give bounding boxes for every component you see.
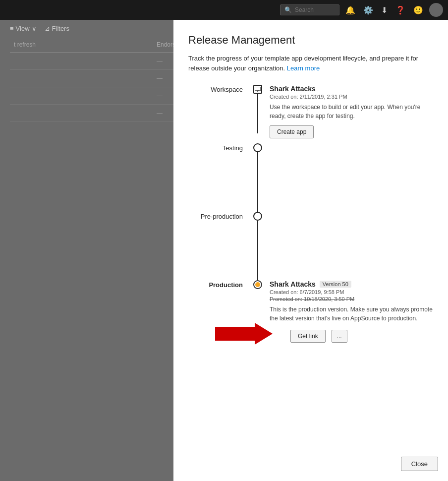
release-management-panel: Release Management Track the progress of… xyxy=(173,20,448,481)
search-box[interactable]: 🔍 xyxy=(280,4,339,15)
production-active-dot xyxy=(255,282,260,287)
testing-line xyxy=(257,152,258,212)
workspace-node xyxy=(253,85,262,94)
settings-icon[interactable]: ⚙️ xyxy=(361,3,375,17)
stage-testing-label: Testing xyxy=(198,143,253,152)
bell-icon[interactable]: 🔔 xyxy=(343,3,357,17)
preproduction-line xyxy=(257,221,258,280)
col-refresh: t refresh xyxy=(10,41,153,48)
search-input[interactable] xyxy=(295,6,335,13)
filters-button: ⊿ Filters xyxy=(45,25,69,32)
testing-node xyxy=(253,143,262,152)
production-app-name: Shark Attacks Version 50 xyxy=(270,280,433,288)
monitor-icon xyxy=(255,87,261,92)
emoji-icon[interactable]: 🙂 xyxy=(411,3,425,17)
stage-production-label: Production xyxy=(198,280,253,289)
learn-more-link[interactable]: Learn more xyxy=(287,64,320,72)
create-app-button[interactable]: Create app xyxy=(270,125,314,138)
arrow-indicator xyxy=(215,323,273,345)
workspace-line xyxy=(257,94,258,133)
filter-icon: ⊿ xyxy=(45,25,50,32)
preproduction-node xyxy=(253,212,262,221)
workspace-created: Created on: 2/11/2019, 2:31 PM xyxy=(270,94,433,100)
production-created: Created on: 6/7/2019, 9:58 PM xyxy=(270,289,433,295)
workspace-content: Shark Attacks Created on: 2/11/2019, 2:3… xyxy=(263,85,433,143)
chevron-down-icon: ∨ xyxy=(32,25,37,32)
production-node xyxy=(253,280,262,289)
big-red-arrow xyxy=(215,323,273,345)
production-content: Shark Attacks Version 50 Created on: 6/7… xyxy=(263,280,433,364)
workspace-app-name: Shark Attacks xyxy=(270,85,433,93)
preproduction-content xyxy=(263,212,433,261)
more-options-button[interactable]: ... xyxy=(332,330,347,343)
get-link-button[interactable]: Get link xyxy=(290,330,326,343)
testing-connector xyxy=(253,143,263,212)
production-description: This is the production version. Make sur… xyxy=(270,305,433,323)
download-icon[interactable]: ⬇ xyxy=(379,3,390,17)
arrow-head xyxy=(255,323,273,345)
stage-workspace: Workspace Shark Attacks Created on: 2/11… xyxy=(198,85,433,143)
help-icon[interactable]: ❓ xyxy=(393,3,407,17)
panel-description: Track the progress of your template app … xyxy=(188,54,426,73)
stage-production: Production Shark Attacks Version 50 Crea… xyxy=(198,280,433,364)
pipeline: Workspace Shark Attacks Created on: 2/11… xyxy=(188,85,433,364)
production-actions: Get link ... xyxy=(270,323,433,345)
workspace-connector xyxy=(253,85,263,133)
version-badge: Version 50 xyxy=(320,281,351,288)
stage-preproduction-label: Pre-production xyxy=(198,212,253,220)
testing-content xyxy=(263,143,433,193)
avatar[interactable] xyxy=(429,3,443,17)
view-icon: ≡ xyxy=(10,25,14,32)
production-promoted: Promoted on: 10/18/2020, 3:50 PM xyxy=(270,296,433,302)
stage-testing: Testing xyxy=(198,143,433,212)
search-icon: 🔍 xyxy=(284,6,292,13)
view-button: ≡ View ∨ xyxy=(10,25,37,32)
workspace-description: Use the workspace to build or edit your … xyxy=(270,103,433,120)
stage-workspace-label: Workspace xyxy=(198,85,253,93)
panel-title: Release Management xyxy=(188,34,433,47)
close-button[interactable]: Close xyxy=(401,457,438,471)
top-bar: 🔍 🔔 ⚙️ ⬇ ❓ 🙂 xyxy=(0,0,448,20)
arrow-shaft xyxy=(215,327,255,341)
svg-rect-0 xyxy=(255,87,261,91)
stage-preproduction: Pre-production xyxy=(198,212,433,280)
production-connector xyxy=(253,280,263,289)
preproduction-connector xyxy=(253,212,263,280)
